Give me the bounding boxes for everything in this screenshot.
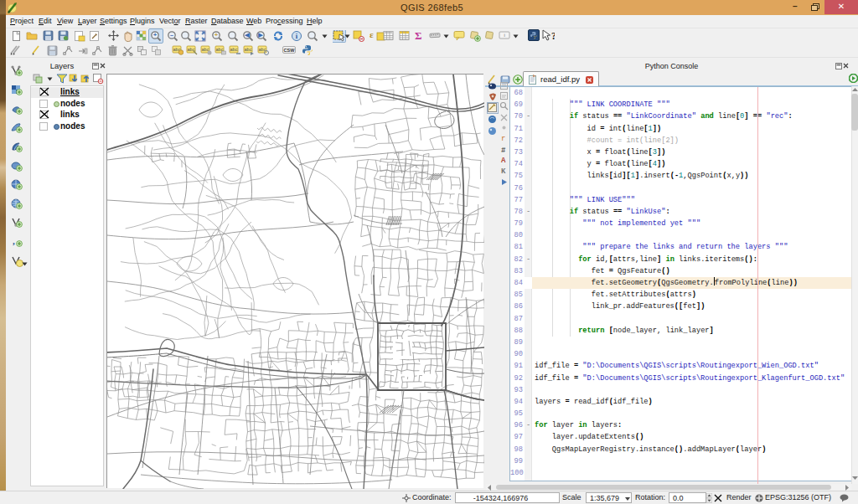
svg-text:–: –: [170, 32, 173, 38]
svg-text:+: +: [214, 32, 218, 38]
svg-text:CSW: CSW: [284, 48, 296, 53]
svg-text:abc: abc: [245, 47, 252, 52]
svg-text:i: i: [504, 33, 504, 38]
svg-text:K: K: [501, 167, 506, 175]
svg-text:,: ,: [13, 236, 15, 246]
svg-text:abc: abc: [230, 47, 238, 52]
svg-text:A: A: [501, 157, 506, 164]
svg-text:▶: ▶: [257, 32, 263, 39]
svg-text:?: ?: [551, 30, 555, 42]
svg-text:+: +: [153, 32, 157, 38]
svg-text:#: #: [501, 147, 506, 154]
svg-text:r: r: [501, 135, 505, 142]
svg-text:◀: ◀: [244, 32, 250, 39]
